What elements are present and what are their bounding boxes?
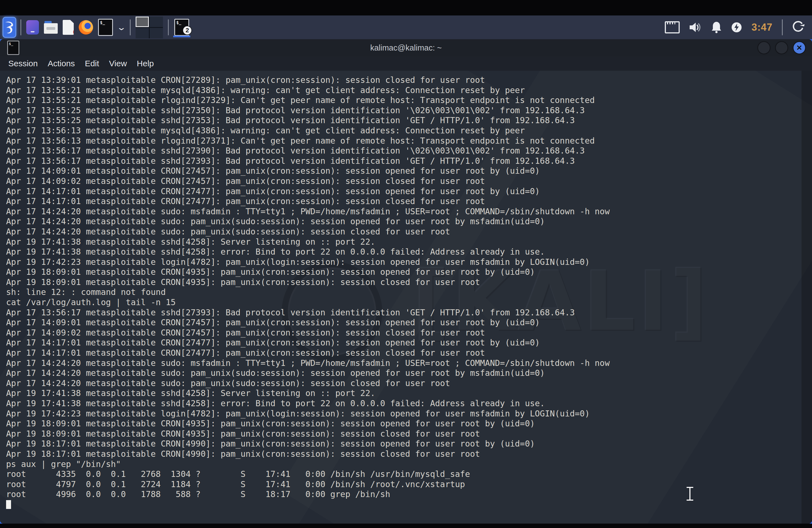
menu-item[interactable]: Session — [8, 59, 38, 68]
taskbar-separator — [168, 19, 169, 35]
terminal-line: Apr 17 14:24:20 metasploitable sudo: pam… — [6, 368, 610, 378]
chevron-down-icon[interactable]: ⌄ — [117, 23, 126, 31]
taskbar-separator — [20, 19, 21, 35]
terminal-line: Apr 17 13:56:13 metasploitable mysqld[43… — [6, 126, 610, 136]
notifications-bell-icon[interactable] — [711, 21, 722, 33]
maximize-button[interactable] — [775, 41, 788, 54]
terminal-line: Apr 17 14:09:01 metasploitable CRON[2745… — [6, 166, 610, 176]
window-title: kalimac@kalimac: ~ — [370, 43, 441, 53]
terminal-line: Apr 19 18:17:01 metasploitable CRON[4990… — [6, 449, 610, 459]
terminal-line: Apr 17 14:17:01 metasploitable CRON[2747… — [6, 348, 610, 358]
screen: ⌄ 2 — [0, 0, 812, 528]
display-settings-icon[interactable] — [26, 20, 39, 34]
window-controls: ✕ — [757, 41, 812, 54]
taskbar-separator — [782, 19, 783, 35]
firefox-icon[interactable] — [79, 20, 93, 34]
terminal-line: Apr 17 14:17:01 metasploitable CRON[2747… — [6, 186, 610, 196]
terminal-line: Apr 17 14:09:01 metasploitable CRON[2745… — [6, 318, 610, 328]
terminal-line: Apr 17 14:09:02 metasploitable CRON[2745… — [6, 328, 610, 338]
terminal-line: Apr 19 18:09:01 metasploitable CRON[4935… — [6, 277, 610, 288]
desktop: kalimac@kalimac: ~ ✕ SessionActionsEditV… — [0, 39, 812, 524]
text-editor-icon[interactable] — [63, 20, 74, 35]
terminal-output: Apr 17 13:39:01 metasploitable CRON[2728… — [6, 75, 610, 510]
terminal-line: Apr 19 17:42:23 metasploitable login[478… — [6, 257, 610, 267]
terminal-line: Apr 17 13:56:17 metasploitable sshd[2739… — [6, 308, 610, 318]
keyboard-layout-icon[interactable] — [665, 21, 680, 33]
terminal-line: cat /var/log/auth.log | tail -n 15 — [6, 297, 610, 308]
logout-icon[interactable] — [792, 21, 805, 34]
folder-band — [46, 27, 55, 30]
terminal-line: Apr 17 14:24:20 metasploitable sudo: msf… — [6, 358, 610, 368]
file-manager-icon[interactable] — [44, 21, 58, 34]
clock[interactable]: 3:47 — [752, 21, 772, 33]
scrollbar[interactable] — [801, 71, 812, 524]
terminal-line: root 4797 0.0 0.1 2724 1184 ? S 17:41 0:… — [6, 480, 610, 489]
workspace-4[interactable] — [150, 28, 163, 39]
terminal-line: Apr 17 13:55:21 metasploitable rlogind[2… — [6, 95, 610, 105]
terminal-launcher-icon[interactable] — [98, 19, 113, 36]
terminal-window-button[interactable]: 2 — [174, 17, 190, 37]
active-window-indicator — [173, 35, 190, 37]
kali-dragon-icon — [5, 20, 14, 34]
workspace-pager[interactable] — [135, 17, 163, 39]
terminal-line: root 4996 0.0 0.0 1788 588 ? S 18:17 0:0… — [6, 489, 610, 500]
terminal-line: Apr 17 14:24:20 metasploitable sudo: pam… — [6, 217, 610, 227]
terminal-viewport[interactable]: [KALI] Apr 17 13:39:01 metasploitable CR… — [0, 71, 812, 524]
terminal-line: root 4335 0.0 0.1 2768 1304 ? S 17:41 0:… — [6, 469, 610, 480]
menu-item[interactable]: View — [109, 59, 127, 68]
terminal-line: Apr 19 18:09:01 metasploitable CRON[4935… — [6, 429, 610, 439]
terminal-line: Apr 17 13:56:13 metasploitable rlogind[2… — [6, 136, 610, 146]
terminal-line: Apr 17 13:39:01 metasploitable CRON[2728… — [6, 75, 610, 85]
terminal-line: Apr 19 18:09:01 metasploitable CRON[4935… — [6, 267, 610, 277]
terminal-line: Apr 17 13:55:21 metasploitable mysqld[43… — [6, 85, 610, 96]
terminal-line: Apr 19 17:41:38 metasploitable sshd[4258… — [6, 237, 610, 247]
text-cursor-pointer — [684, 486, 695, 501]
window-terminal-icon — [7, 41, 19, 55]
terminal-line: Apr 17 14:24:20 metasploitable sudo: pam… — [6, 378, 610, 388]
terminal-line: Apr 17 14:17:01 metasploitable CRON[2747… — [6, 196, 610, 207]
workspace-2[interactable] — [150, 17, 163, 27]
menu-item[interactable]: Edit — [85, 59, 99, 68]
workspace-1[interactable] — [135, 17, 149, 27]
menubar: SessionActionsEditViewHelp — [0, 56, 812, 71]
taskbar-tray: 3:47 — [665, 19, 812, 35]
terminal-line: Apr 17 14:09:02 metasploitable CRON[2745… — [6, 176, 610, 186]
terminal-line: Apr 19 17:42:23 metasploitable login[478… — [6, 409, 610, 419]
terminal-line: Apr 17 14:17:01 metasploitable CRON[2747… — [6, 338, 610, 348]
terminal-line: Apr 19 17:41:38 metasploitable sshd[4258… — [6, 247, 610, 257]
menu-item[interactable]: Actions — [48, 59, 75, 68]
kali-menu-button[interactable] — [3, 18, 15, 37]
taskbar-separator — [130, 19, 131, 35]
terminal-line: Apr 17 14:24:20 metasploitable sudo: msf… — [6, 207, 610, 217]
block-cursor — [6, 500, 11, 509]
close-button[interactable]: ✕ — [793, 41, 806, 54]
terminal-line: ps aux | grep "/bin/sh" — [6, 459, 610, 469]
terminal-line: Apr 17 14:24:20 metasploitable sudo: pam… — [6, 227, 610, 237]
titlebar[interactable]: kalimac@kalimac: ~ ✕ — [0, 39, 812, 56]
taskbar: ⌄ 2 — [0, 15, 812, 39]
workspace-3[interactable] — [135, 28, 149, 39]
terminal-line: Apr 19 18:09:01 metasploitable CRON[4935… — [6, 419, 610, 429]
terminal-line: Apr 19 17:41:38 metasploitable sshd[4258… — [6, 388, 610, 398]
terminal-line: Apr 17 13:56:17 metasploitable sshd[2739… — [6, 156, 610, 166]
power-manager-icon[interactable] — [731, 22, 742, 33]
volume-icon[interactable] — [689, 21, 702, 33]
terminal-line: Apr 19 17:41:38 metasploitable sshd[4258… — [6, 398, 610, 409]
terminal-line: sh: line 12: : command not found — [6, 287, 610, 297]
minimize-button[interactable] — [757, 41, 771, 54]
window-count-badge: 2 — [183, 26, 192, 35]
menu-item[interactable]: Help — [137, 59, 154, 68]
terminal-line: Apr 19 18:17:01 metasploitable CRON[4990… — [6, 439, 610, 449]
taskbar-launchers: ⌄ 2 — [0, 17, 190, 39]
terminal-window: kalimac@kalimac: ~ ✕ SessionActionsEditV… — [0, 39, 812, 524]
cursor-line — [6, 500, 610, 510]
terminal-line: Apr 17 13:55:25 metasploitable sshd[2735… — [6, 115, 610, 126]
terminal-line: Apr 17 13:55:25 metasploitable sshd[2735… — [6, 105, 610, 116]
terminal-line: Apr 17 13:56:17 metasploitable sshd[2739… — [6, 146, 610, 156]
